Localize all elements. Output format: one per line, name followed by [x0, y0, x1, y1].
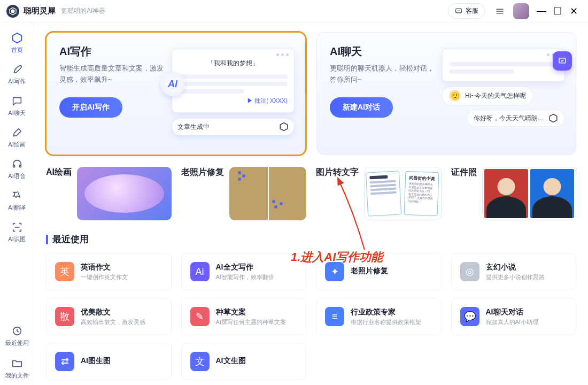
recent-grass-copy[interactable]: ✎种草文案AI撰写任何主题的种草文案: [181, 298, 307, 335]
folder-icon: [11, 358, 23, 369]
sidebar-item-voice[interactable]: AI语音: [4, 154, 30, 184]
sidebar-item-chat[interactable]: AI聊天: [4, 91, 30, 121]
app-subtitle: 更聪明的AI神器: [61, 6, 105, 16]
menu-button[interactable]: [493, 4, 507, 18]
recent-heading: 最近使用: [46, 233, 576, 245]
user-avatar[interactable]: [513, 3, 529, 19]
hero-card-write[interactable]: AI写作 智能生成高质量文章和文案，激发灵感，效率飙升~ 开启AI写作 「我和我…: [46, 32, 306, 155]
sidebar-item-translate[interactable]: AI翻译: [4, 186, 30, 216]
sidebar-item-write[interactable]: AI写作: [4, 59, 30, 90]
prose-icon: 散: [55, 307, 74, 326]
recent-txt2img[interactable]: 文AI文生图: [181, 343, 307, 380]
translate-icon: [11, 190, 23, 202]
recent-img2img[interactable]: ⇄AI图生图: [46, 343, 172, 380]
svg-point-3: [458, 10, 458, 11]
svg-marker-10: [550, 114, 557, 122]
feature-ai-draw[interactable]: AI绘画: [46, 167, 172, 220]
hero-card-chat[interactable]: AI聊天 更聪明的聊天机器人，轻松对话，答你所问~ 新建AI对话 🙂Hi~今天的…: [316, 32, 576, 155]
policy-icon: ≡: [325, 307, 344, 326]
svg-marker-1: [11, 9, 15, 13]
recent-prose[interactable]: 散优美散文高效输出散文，激发灵感: [46, 298, 172, 335]
sidebar-item-home[interactable]: 首页: [4, 28, 30, 58]
new-ai-chat-button[interactable]: 新建AI对话: [330, 97, 393, 118]
feature-draw-thumb: [77, 167, 172, 220]
recent-fantasy-novel[interactable]: ◎玄幻小说提供更多小说创作思路: [451, 253, 577, 290]
essay-icon: 英: [55, 262, 74, 281]
hexagon-icon: [279, 122, 289, 132]
hamburger-icon: [495, 6, 505, 16]
feature-photo-thumb: [229, 167, 307, 220]
clock-icon: [11, 325, 23, 337]
ai-badge-icon: AI: [160, 72, 185, 96]
feature-ocr-thumb: 武昌街的小调 有时候到更庆喝高尖半书总会不自觉地跟武昌听听去走一回，最近发现武昌…: [364, 167, 442, 220]
feature-id-thumb: [482, 167, 577, 220]
app-logo-icon: [6, 5, 19, 18]
chat-icon: [455, 7, 462, 15]
avatar-emoji-icon: 🙂: [449, 90, 461, 102]
home-icon: [11, 32, 23, 44]
recent-policy-expert[interactable]: ≡行业政策专家根据行业名称提供政策框架: [316, 298, 442, 335]
sidebar-item-draw[interactable]: AI绘画: [4, 122, 30, 153]
hero-chat-desc: 更聪明的聊天机器人，轻松对话，答你所问~: [330, 63, 437, 86]
feature-id-photo[interactable]: 证件照: [451, 167, 577, 220]
titlebar: 聪明灵犀 更聪明的AI神器 客服 — ☐ ✕: [0, 0, 588, 22]
customer-service-button[interactable]: 客服: [448, 3, 485, 19]
photo-icon: ✦: [325, 262, 344, 281]
brush-icon: [11, 127, 23, 138]
copy-icon: ✎: [190, 307, 210, 326]
svg-marker-6: [12, 33, 21, 43]
window-maximize-button[interactable]: ☐: [550, 5, 566, 17]
chat-bubble-icon: [11, 95, 23, 107]
heading-accent-icon: [46, 235, 48, 244]
txt2img-icon: 文: [190, 352, 210, 371]
hero-write-desc: 智能生成高质量文章和文案，激发灵感，效率飙升~: [59, 63, 166, 86]
write-icon: Ai: [190, 262, 210, 281]
sidebar-item-recent[interactable]: 最近使用: [4, 321, 30, 352]
recent-ai-chat[interactable]: 💬AI聊天对话宛如真人的AI小助理: [451, 298, 577, 335]
feature-photo-restore[interactable]: 老照片修复: [181, 167, 307, 220]
main-content: AI写作 智能生成高质量文章和文案，激发灵感，效率飙升~ 开启AI写作 「我和我…: [34, 22, 588, 385]
hexagon-icon: [548, 113, 558, 123]
sidebar-item-ocr[interactable]: AI识图: [4, 217, 30, 248]
novel-icon: ◎: [460, 262, 479, 281]
img2img-icon: ⇄: [55, 352, 74, 371]
start-ai-write-button[interactable]: 开启AI写作: [59, 97, 122, 118]
hero-write-mock: 「我和我的梦想」 ▶ 批注( XXXX) AI 文章生成中: [172, 49, 295, 135]
recent-english-essay[interactable]: 英英语作文一键创作英文作文: [46, 253, 172, 290]
chat-icon: 💬: [460, 307, 479, 326]
window-close-button[interactable]: ✕: [566, 5, 582, 17]
recent-full-write[interactable]: AiAI全文写作AI智能写作，效率翻倍: [181, 253, 307, 290]
hero-chat-mock: 🙂Hi~今天的天气怎样呢 你好呀，今天天气晴朗…: [442, 49, 565, 127]
chat-float-icon: [553, 51, 572, 71]
sidebar: 首页 AI写作 AI聊天 AI绘画 AI语音 AI翻译 AI识图 最: [0, 22, 34, 385]
svg-point-4: [458, 10, 459, 11]
feather-icon: [11, 64, 23, 75]
headphone-icon: [11, 158, 23, 170]
feature-img-to-text[interactable]: 图片转文字 武昌街的小调 有时候到更庆喝高尖半书总会不自觉地跟武昌听听去走一回，…: [316, 167, 442, 220]
svg-point-5: [459, 10, 460, 11]
scan-icon: [11, 221, 23, 233]
sidebar-item-files[interactable]: 我的文件: [4, 353, 30, 385]
svg-marker-8: [280, 123, 288, 131]
app-name: 聪明灵犀: [24, 6, 56, 16]
window-minimize-button[interactable]: —: [533, 5, 550, 17]
recent-photo-restore[interactable]: ✦老照片修复: [316, 253, 442, 290]
